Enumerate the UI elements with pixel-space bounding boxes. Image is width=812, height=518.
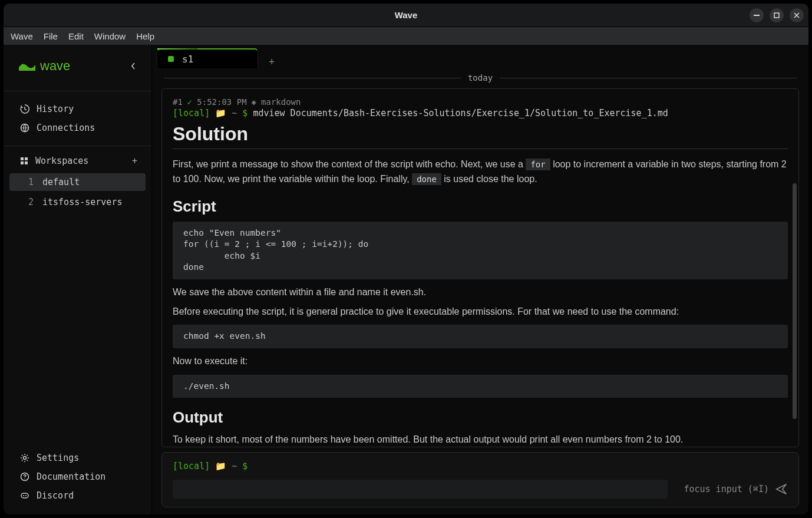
sidebar-item-settings[interactable]: Settings (4, 448, 151, 467)
send-button[interactable] (775, 483, 788, 496)
code-block-chmod: chmod +x even.sh (173, 325, 788, 348)
svg-rect-6 (25, 161, 28, 164)
menu-window[interactable]: Window (94, 31, 126, 41)
gear-icon (20, 453, 29, 463)
tab-s1[interactable]: s1 (157, 48, 258, 68)
menubar: Wave File Edit Window Help (4, 27, 808, 45)
workspaces-label: Workspaces (35, 156, 88, 166)
prompt-dollar: $ (242, 461, 247, 471)
focus-hint: focus input (⌘I) (684, 484, 770, 494)
prompt-line: [local] 📁 ~ $ mdview Documents/Bash-Exer… (173, 108, 788, 118)
sidebar-item-discord[interactable]: Discord (4, 486, 151, 505)
svg-rect-4 (25, 157, 28, 160)
svg-rect-5 (21, 161, 24, 164)
inline-code-for: for (526, 159, 550, 170)
heading-output: Output (173, 408, 788, 427)
command-index: #1 (173, 97, 183, 107)
brand-logo: wave (19, 58, 70, 74)
folder-icon: 📁 (215, 108, 232, 118)
sidebar-item-label: History (37, 104, 74, 114)
svg-point-7 (24, 457, 27, 460)
workspace-name: itsfoss-servers (42, 197, 122, 207)
command-text: mdview Documents/Bash-Exercises-Solution… (253, 108, 668, 118)
paragraph: Before executing the script, it is gener… (173, 305, 788, 319)
inline-code-done: done (412, 173, 441, 185)
workspace-item-default[interactable]: 1 default (9, 173, 146, 191)
heading-solution: Solution (173, 123, 788, 149)
menu-edit[interactable]: Edit (68, 31, 84, 41)
app-window: Wave Wave File Edit Window Help wave (4, 4, 808, 514)
svg-rect-9 (21, 493, 28, 498)
paragraph: First, we print a message to show the co… (173, 157, 788, 187)
command-input-block: [local] 📁 ~ $ focus input (⌘I) (161, 452, 799, 507)
workspaces-icon (20, 157, 28, 165)
svg-rect-3 (21, 157, 24, 160)
date-label: today (468, 73, 493, 83)
code-block-script: echo "Even numbers" for ((i = 2 ; i <= 1… (173, 222, 788, 279)
doc-icon (20, 472, 29, 481)
window-controls (750, 8, 804, 22)
menu-file[interactable]: File (44, 31, 58, 41)
history-icon (20, 104, 29, 114)
add-tab-button[interactable]: + (263, 56, 281, 68)
sidebar: wave History Connections (4, 45, 152, 514)
titlebar: Wave (4, 4, 808, 27)
command-time: 5:52:03 PM (197, 97, 246, 107)
collapse-sidebar-button[interactable] (130, 62, 136, 70)
svg-point-10 (23, 495, 24, 496)
command-input[interactable] (173, 480, 668, 499)
workspace-name: default (42, 177, 80, 187)
svg-rect-1 (774, 13, 779, 18)
wave-logo-icon (19, 61, 35, 71)
globe-icon (20, 123, 29, 133)
chevron-left-icon (130, 62, 136, 70)
svg-rect-0 (754, 15, 760, 16)
paragraph: Now to execute it: (173, 354, 788, 369)
sidebar-item-connections[interactable]: Connections (4, 118, 151, 137)
add-workspace-button[interactable]: + (132, 156, 137, 166)
prompt-dollar: $ (242, 108, 247, 118)
svg-point-11 (25, 495, 27, 496)
tab-label: s1 (182, 54, 193, 65)
heading-script: Script (173, 197, 788, 216)
workspace-number: 1 (28, 177, 42, 187)
minimize-button[interactable] (750, 8, 764, 22)
window-title: Wave (4, 10, 808, 20)
maximize-button[interactable] (770, 8, 784, 22)
sidebar-item-label: Connections (37, 123, 95, 133)
sidebar-item-label: Documentation (37, 471, 105, 482)
renderer-tag: markdown (261, 97, 301, 107)
terminal-output-block: #1 ✓ 5:52:03 PM ◈ markdown [local] 📁 ~ $… (161, 88, 799, 447)
folder-icon: 📁 (215, 461, 232, 471)
code-block-run: ./even.sh (173, 375, 788, 398)
workspace-number: 2 (28, 197, 42, 207)
check-icon: ✓ (187, 97, 192, 107)
tab-indicator-icon (168, 56, 174, 62)
menu-help[interactable]: Help (136, 31, 154, 41)
prompt-path: ~ (232, 108, 237, 118)
markdown-output: Solution First, we print a message to sh… (173, 123, 788, 447)
sidebar-item-documentation[interactable]: Documentation (4, 467, 151, 486)
paragraph: To keep it short, most of the numbers ha… (173, 433, 788, 447)
input-prompt: [local] 📁 ~ $ (173, 461, 788, 471)
main-area: s1 + today #1 ✓ 5:52:03 PM ◈ markdown (152, 45, 808, 514)
discord-icon (20, 491, 29, 500)
sidebar-item-label: Settings (37, 453, 79, 463)
prompt-path: ~ (232, 461, 237, 471)
tab-bar: s1 + (152, 45, 808, 68)
date-divider: today (152, 67, 808, 83)
close-button[interactable] (790, 8, 804, 22)
menu-wave[interactable]: Wave (11, 31, 33, 41)
diamond-icon: ◈ (252, 97, 256, 107)
brand-text: wave (40, 58, 70, 74)
workspace-item-itsfoss[interactable]: 2 itsfoss-servers (9, 193, 146, 211)
sidebar-item-history[interactable]: History (4, 100, 151, 118)
scrollbar[interactable] (793, 183, 797, 419)
sidebar-item-label: Discord (37, 490, 74, 501)
prompt-host: [local] (173, 108, 210, 118)
send-icon (775, 483, 788, 496)
command-meta: #1 ✓ 5:52:03 PM ◈ markdown (173, 97, 788, 107)
paragraph: We save the above content within a file … (173, 285, 788, 300)
prompt-host: [local] (173, 461, 210, 471)
